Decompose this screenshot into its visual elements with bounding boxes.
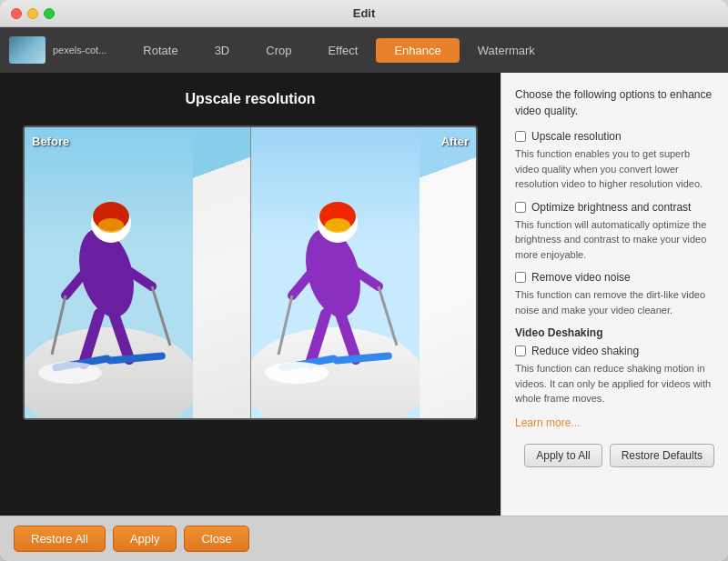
maximize-button[interactable] (44, 8, 55, 19)
action-bar: Restore All Apply Close (0, 516, 728, 561)
svg-point-29 (265, 362, 329, 384)
window-title: Edit (353, 6, 376, 20)
svg-point-14 (38, 362, 102, 384)
deshaking-group: Video Deshaking Reduce video shaking Thi… (515, 326, 714, 406)
preview-panel: Upscale resolution Before (0, 73, 500, 516)
upscale-checkbox-row: Upscale resolution (515, 130, 714, 143)
apply-button[interactable]: Apply (113, 526, 177, 552)
noise-label[interactable]: Remove video noise (531, 271, 631, 284)
right-panel: Choose the following options to enhance … (500, 73, 728, 516)
brightness-desc: This function will automatically optimiz… (515, 217, 714, 263)
tab-watermark[interactable]: Watermark (460, 38, 553, 63)
restore-defaults-button[interactable]: Restore Defaults (610, 444, 714, 467)
brightness-label[interactable]: Optimize brightness and contrast (531, 201, 691, 214)
upscale-label[interactable]: Upscale resolution (531, 130, 622, 143)
title-bar: Edit (0, 0, 728, 27)
option-upscale: Upscale resolution This function enables… (515, 130, 714, 192)
apply-to-all-button[interactable]: Apply to All (524, 444, 602, 467)
tab-enhance[interactable]: Enhance (376, 38, 459, 63)
upscale-checkbox[interactable] (515, 131, 526, 142)
after-label: After (441, 135, 469, 148)
intro-text: Choose the following options to enhance … (515, 86, 714, 119)
tab-navigation: Rotate 3D Crop Effect Enhance Watermark (125, 38, 719, 63)
deshaking-checkbox-row: Reduce video shaking (515, 345, 714, 357)
traffic-lights (11, 8, 55, 19)
tab-3d[interactable]: 3D (197, 38, 248, 63)
tab-effect[interactable]: Effect (309, 38, 376, 63)
preview-comparison: Before (23, 125, 478, 420)
noise-checkbox-row: Remove video noise (515, 271, 714, 284)
file-name: pexels-cot... (53, 45, 106, 55)
panel-content: Choose the following options to enhance … (501, 73, 728, 516)
close-button-bottom[interactable]: Close (184, 526, 248, 552)
main-content: Upscale resolution Before (0, 73, 728, 516)
main-action-buttons: Restore All Apply Close (14, 526, 249, 552)
learn-more-link[interactable]: Learn more... (515, 416, 580, 429)
upscale-desc: This function enables you to get superb … (515, 146, 714, 192)
restore-all-button[interactable]: Restore All (14, 526, 106, 552)
option-brightness: Optimize brightness and contrast This fu… (515, 201, 714, 263)
brightness-checkbox-row: Optimize brightness and contrast (515, 201, 714, 214)
deshaking-desc: This function can reduce shaking motion … (515, 361, 714, 406)
preview-title: Upscale resolution (185, 91, 315, 107)
tab-crop[interactable]: Crop (248, 38, 309, 63)
file-thumbnail (9, 36, 46, 64)
deshaking-checkbox[interactable] (515, 346, 526, 356)
option-noise: Remove video noise This function can rem… (515, 271, 714, 317)
deshaking-section-label: Video Deshaking (515, 326, 714, 339)
close-button[interactable] (11, 8, 22, 19)
minimize-button[interactable] (27, 8, 38, 19)
noise-checkbox[interactable] (515, 272, 526, 283)
brightness-checkbox[interactable] (515, 202, 526, 213)
main-window: Edit pexels-cot... Rotate 3D Crop Effect… (0, 0, 728, 561)
deshaking-label[interactable]: Reduce video shaking (531, 345, 639, 357)
svg-point-5 (98, 218, 124, 233)
preview-before: Before (25, 127, 251, 418)
noise-desc: This function can remove the dirt-like v… (515, 287, 714, 317)
tab-rotate[interactable]: Rotate (125, 38, 196, 63)
toolbar: pexels-cot... Rotate 3D Crop Effect Enha… (0, 27, 728, 73)
preview-after: After (251, 127, 477, 418)
thumbnail-image (9, 36, 46, 64)
svg-point-20 (325, 218, 350, 233)
before-label: Before (32, 135, 69, 148)
